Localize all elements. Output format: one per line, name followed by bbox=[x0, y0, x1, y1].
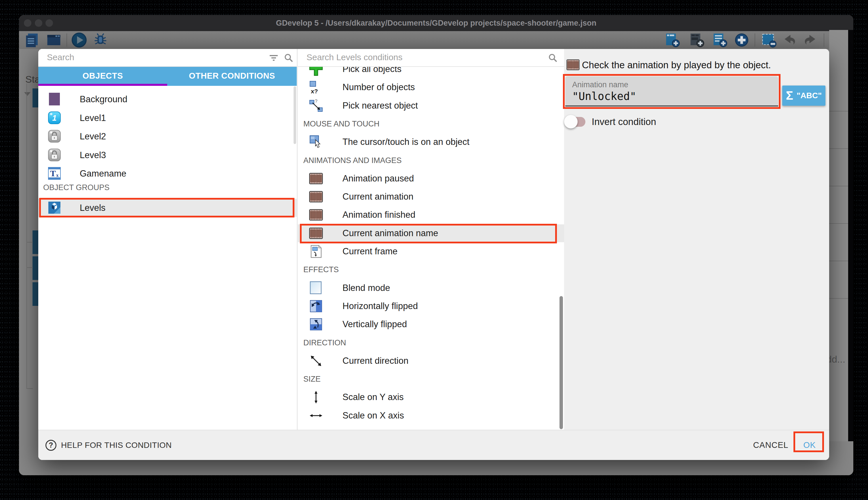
pick-nearest-object-icon: ? bbox=[309, 99, 323, 113]
condition-row[interactable]: The cursor/touch is on an object bbox=[298, 133, 564, 151]
events-tree-line bbox=[26, 83, 27, 389]
condition-label: Number of objects bbox=[342, 78, 415, 96]
undo-icon[interactable] bbox=[782, 32, 797, 48]
event-block bbox=[33, 88, 38, 107]
tab-objects[interactable]: OBJECTS bbox=[38, 67, 167, 86]
event-block bbox=[33, 256, 38, 280]
add-subevent-button[interactable] bbox=[689, 32, 705, 48]
film-strip-icon bbox=[309, 172, 323, 185]
objects-search-input[interactable] bbox=[47, 49, 233, 66]
conditions-scrollbar[interactable] bbox=[560, 296, 563, 429]
animation-name-label: Animation name bbox=[572, 80, 628, 89]
object-label: Background bbox=[80, 90, 127, 108]
window-title: GDevelop 5 - /Users/dkarakay/Documents/G… bbox=[19, 15, 853, 31]
scene-editor-button[interactable] bbox=[46, 32, 62, 48]
animation-name-value[interactable]: "Unlocked" bbox=[572, 90, 636, 103]
film-strip-icon bbox=[566, 59, 579, 70]
condition-section-header: SIZE bbox=[303, 370, 564, 388]
ok-button[interactable]: OK bbox=[798, 430, 821, 460]
delete-selection-button[interactable] bbox=[761, 32, 777, 48]
project-manager-button[interactable] bbox=[25, 32, 40, 48]
object-group-row[interactable]: Levels bbox=[38, 199, 297, 217]
condition-row[interactable]: x? Number of objects bbox=[298, 78, 564, 96]
condition-row[interactable]: Current frame bbox=[298, 242, 564, 260]
condition-row[interactable]: Vertically flipped bbox=[298, 315, 564, 333]
condition-row[interactable]: Scale on Y axis bbox=[298, 388, 564, 406]
add-event-menu-button[interactable] bbox=[734, 32, 749, 48]
locked-sprite-icon bbox=[47, 129, 61, 143]
condition-section-header: ANIMATIONS AND IMAGES bbox=[303, 151, 564, 169]
parameters-panel: Check the animation by played by the obj… bbox=[564, 49, 829, 430]
search-icon bbox=[548, 53, 558, 63]
condition-label: Animation finished bbox=[342, 206, 415, 224]
condition-row[interactable]: Current animation name bbox=[298, 224, 564, 242]
condition-label: Current direction bbox=[342, 352, 408, 370]
play-preview-button[interactable] bbox=[71, 32, 87, 48]
condition-section-header: DIRECTION bbox=[303, 334, 564, 352]
main-toolbar bbox=[19, 31, 853, 49]
debug-button[interactable] bbox=[93, 32, 108, 48]
condition-row[interactable]: Horizontally flipped bbox=[298, 297, 564, 315]
dimmed-events-column: dd... bbox=[829, 30, 848, 441]
condition-row[interactable]: Scale on X axis bbox=[298, 407, 564, 424]
search-icon bbox=[283, 53, 294, 63]
condition-row[interactable]: Animation finished bbox=[298, 206, 564, 224]
toggle-thumb[interactable] bbox=[564, 115, 578, 128]
animation-name-field[interactable]: Animation name "Unlocked" bbox=[565, 76, 778, 106]
object-row[interactable]: Level3 bbox=[38, 146, 297, 164]
locked-sprite-icon bbox=[47, 148, 61, 162]
condition-label: Vertically flipped bbox=[342, 315, 407, 333]
condition-row[interactable]: Blend mode bbox=[298, 279, 564, 297]
object-label: Level3 bbox=[80, 146, 106, 164]
expression-button-label: "ABC" bbox=[797, 91, 822, 100]
background-sprite-icon bbox=[47, 92, 61, 106]
sigma-icon: Σ bbox=[786, 90, 793, 102]
object-row[interactable]: Tx Gamename bbox=[38, 164, 297, 183]
condition-row[interactable]: Current direction bbox=[298, 352, 564, 370]
invert-condition-label: Invert condition bbox=[592, 113, 656, 131]
tab-other-conditions[interactable]: OTHER CONDITIONS bbox=[167, 67, 297, 86]
condition-label: Scale on X axis bbox=[342, 407, 404, 424]
object-row[interactable]: Level2 bbox=[38, 127, 297, 146]
events-tree-tick bbox=[26, 242, 33, 242]
condition-label: Current animation name bbox=[342, 224, 438, 242]
film-strip-icon bbox=[309, 226, 323, 240]
active-tab-underline bbox=[38, 84, 167, 86]
instruction-description: Check the animation by played by the obj… bbox=[582, 59, 771, 71]
redo-icon[interactable] bbox=[803, 32, 819, 48]
level1-sprite-icon: 1 bbox=[47, 111, 61, 125]
object-row[interactable]: 1 Level1 bbox=[38, 109, 297, 127]
conditions-list: Pick all objectsx? Number of objects? Pi… bbox=[298, 49, 564, 430]
window-titlebar: GDevelop 5 - /Users/dkarakay/Documents/G… bbox=[19, 15, 853, 31]
svg-text:x?: x? bbox=[311, 88, 318, 94]
condition-label: Current animation bbox=[342, 188, 413, 206]
toolbar-divider bbox=[824, 33, 824, 47]
add-comment-button[interactable] bbox=[712, 32, 728, 48]
objects-search-row bbox=[38, 49, 297, 67]
condition-section-header: EFFECTS bbox=[303, 261, 564, 279]
events-tree-tick bbox=[26, 267, 33, 268]
number-of-objects-icon: x? bbox=[309, 80, 323, 94]
blend-mode-icon bbox=[309, 281, 323, 295]
cursor-on-object-icon bbox=[309, 135, 323, 149]
condition-row[interactable]: ? Pick nearest object bbox=[298, 97, 564, 115]
object-label: Level2 bbox=[80, 127, 106, 146]
flip-vertical-icon bbox=[309, 317, 323, 331]
condition-label: Scale on Y axis bbox=[342, 388, 404, 406]
flip-horizontal-icon bbox=[309, 299, 323, 313]
object-groups-header: OBJECT GROUPS bbox=[43, 183, 110, 192]
object-row[interactable]: Background bbox=[38, 90, 297, 108]
object-group-icon bbox=[47, 201, 61, 215]
conditions-search-input[interactable] bbox=[306, 49, 498, 66]
cancel-button[interactable]: CANCEL bbox=[746, 430, 795, 460]
condition-row[interactable]: Animation paused bbox=[298, 170, 564, 188]
condition-row[interactable]: Current animation bbox=[298, 188, 564, 206]
expression-editor-button[interactable]: Σ "ABC" bbox=[782, 86, 825, 106]
objects-scrollbar[interactable] bbox=[294, 87, 296, 144]
svg-text:T: T bbox=[50, 169, 56, 178]
help-link[interactable]: ? HELP FOR THIS CONDITION bbox=[46, 430, 172, 460]
scale-x-icon bbox=[309, 409, 323, 422]
events-tree-tick bbox=[26, 388, 33, 389]
add-event-button[interactable] bbox=[665, 32, 680, 48]
filter-icon[interactable] bbox=[269, 53, 279, 63]
